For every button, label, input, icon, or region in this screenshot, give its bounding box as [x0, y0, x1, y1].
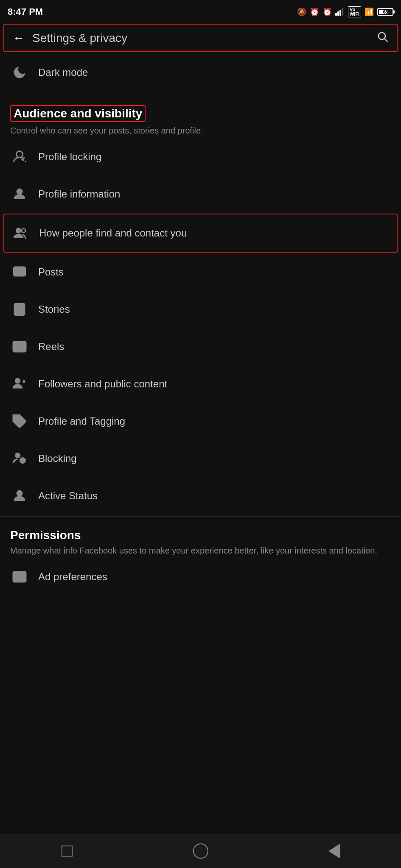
settings-header: ← Settings & privacy	[3, 24, 398, 52]
followers-label: Followers and public content	[38, 378, 167, 390]
signal-bars	[335, 8, 345, 16]
header-left: ← Settings & privacy	[13, 31, 127, 45]
profile-tagging-icon	[10, 412, 29, 431]
status-time: 8:47 PM	[8, 6, 43, 17]
nav-circle-icon	[193, 843, 208, 859]
mute-icon: 🔕	[297, 7, 306, 17]
stories-label: Stories	[38, 303, 70, 315]
posts-label: Posts	[38, 266, 64, 278]
audience-section-header: Audience and visibility Control who can …	[0, 95, 401, 138]
blocking-item[interactable]: Blocking	[0, 440, 401, 477]
divider-1	[0, 93, 401, 93]
audience-section-subtitle: Control who can see your posts, stories …	[10, 125, 391, 136]
active-status-item[interactable]: Active Status	[0, 477, 401, 515]
profile-tagging-item[interactable]: Profile and Tagging	[0, 403, 401, 440]
posts-icon	[10, 263, 29, 281]
reels-icon	[10, 337, 29, 356]
status-bar: 8:47 PM 🔕 ⏰ ⏰ VoWiFi 📶 68	[0, 0, 401, 22]
search-icon[interactable]	[376, 31, 388, 45]
svg-point-28	[15, 453, 20, 458]
svg-point-24	[15, 378, 20, 383]
dark-mode-item[interactable]: Dark mode	[0, 54, 401, 91]
ad-preferences-icon	[10, 568, 29, 586]
profile-locking-label: Profile locking	[38, 151, 101, 163]
alarm2-icon: ⏰	[322, 7, 332, 17]
reels-item[interactable]: Reels	[0, 328, 401, 365]
profile-tagging-label: Profile and Tagging	[38, 415, 125, 427]
blocking-label: Blocking	[38, 453, 77, 465]
how-people-find-icon	[11, 224, 30, 242]
wifi-icon: 📶	[365, 7, 374, 17]
profile-information-item[interactable]: Profile information	[0, 175, 401, 213]
nav-square-button[interactable]	[56, 840, 78, 862]
nav-square-icon	[62, 846, 73, 857]
permissions-section-header: Permissions Manage what info Facebook us…	[0, 518, 401, 558]
status-icons: 🔕 ⏰ ⏰ VoWiFi 📶 68	[297, 6, 393, 17]
permissions-section-title: Permissions	[10, 529, 81, 542]
svg-rect-3	[342, 8, 343, 16]
dark-mode-label: Dark mode	[38, 67, 88, 78]
back-button[interactable]: ←	[13, 31, 25, 45]
nav-triangle-icon	[328, 843, 340, 859]
svg-rect-2	[339, 10, 341, 16]
svg-rect-0	[335, 13, 337, 16]
svg-point-27	[15, 417, 17, 419]
followers-icon	[10, 375, 29, 393]
audience-section-title: Audience and visibility	[10, 105, 146, 122]
how-people-find-item[interactable]: How people find and contact you	[3, 214, 398, 253]
stories-icon	[10, 300, 29, 319]
reels-label: Reels	[38, 341, 64, 353]
svg-rect-13	[14, 267, 25, 276]
svg-rect-32	[13, 572, 26, 582]
blocking-icon	[10, 449, 29, 468]
profile-information-icon	[10, 185, 29, 203]
posts-item[interactable]: Posts	[0, 253, 401, 291]
profile-information-label: Profile information	[38, 188, 120, 200]
svg-point-31	[17, 491, 22, 496]
alarm-icon: ⏰	[310, 7, 319, 17]
nav-back-button[interactable]	[324, 840, 345, 862]
followers-item[interactable]: Followers and public content	[0, 365, 401, 403]
svg-point-10	[17, 189, 22, 194]
ad-preferences-item[interactable]: Ad preferences	[0, 558, 401, 595]
battery-icon: 68	[377, 8, 393, 16]
svg-line-6	[384, 39, 387, 41]
svg-rect-1	[337, 11, 339, 16]
nav-home-button[interactable]	[190, 840, 211, 862]
svg-point-7	[17, 151, 23, 158]
divider-2	[0, 516, 401, 517]
page-title: Settings & privacy	[32, 31, 127, 45]
permissions-section-subtitle: Manage what info Facebook uses to make y…	[10, 545, 391, 556]
vowifi-label: VoWiFi	[348, 6, 361, 17]
bottom-nav	[0, 834, 401, 868]
signal-icon	[335, 8, 345, 16]
active-status-icon	[10, 487, 29, 505]
how-people-find-label: How people find and contact you	[39, 227, 187, 239]
active-status-label: Active Status	[38, 490, 98, 502]
svg-point-12	[22, 229, 25, 233]
svg-rect-17	[17, 306, 23, 311]
ad-preferences-label: Ad preferences	[38, 571, 107, 583]
dark-mode-icon	[10, 63, 29, 82]
profile-locking-item[interactable]: Profile locking	[0, 138, 401, 175]
profile-locking-icon	[10, 147, 29, 166]
stories-item[interactable]: Stories	[0, 291, 401, 328]
svg-point-11	[16, 228, 21, 233]
